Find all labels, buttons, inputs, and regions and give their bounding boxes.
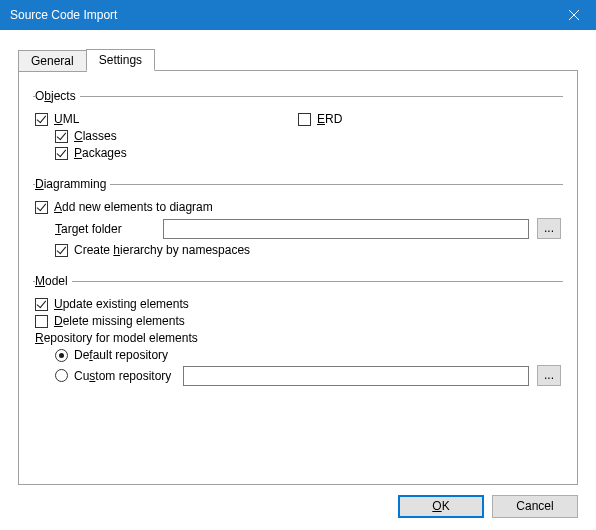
group-model-legend: Model bbox=[35, 274, 72, 288]
dialog-window: Source Code Import General Settings Obje… bbox=[0, 0, 596, 530]
group-model: Model Update existing elements Delete mi… bbox=[33, 274, 563, 393]
group-diagramming: Diagramming Add new elements to diagram … bbox=[33, 177, 563, 264]
dialog-footer: OK Cancel bbox=[18, 485, 578, 518]
tab-panel-settings: Objects UML Classes Packages bbox=[18, 70, 578, 485]
checkbox-erd[interactable] bbox=[298, 113, 311, 126]
tab-settings[interactable]: Settings bbox=[86, 49, 155, 71]
input-custom-repository[interactable] bbox=[183, 366, 529, 386]
checkbox-update-existing[interactable] bbox=[35, 298, 48, 311]
close-icon bbox=[569, 10, 579, 20]
checkbox-delete-missing[interactable] bbox=[35, 315, 48, 328]
label-packages: Packages bbox=[74, 146, 127, 160]
cancel-button[interactable]: Cancel bbox=[492, 495, 578, 518]
checkbox-create-hierarchy[interactable] bbox=[55, 244, 68, 257]
label-uml: UML bbox=[54, 112, 79, 126]
tab-general[interactable]: General bbox=[18, 50, 87, 72]
checkbox-packages[interactable] bbox=[55, 147, 68, 160]
client-area: General Settings Objects UML Classes bbox=[0, 30, 596, 530]
checkbox-add-elements[interactable] bbox=[35, 201, 48, 214]
titlebar: Source Code Import bbox=[0, 0, 596, 30]
radio-custom-repository[interactable] bbox=[55, 369, 68, 382]
window-title: Source Code Import bbox=[10, 8, 551, 22]
radio-default-repository[interactable] bbox=[55, 349, 68, 362]
input-target-folder[interactable] bbox=[163, 219, 529, 239]
browse-target-button[interactable]: ... bbox=[537, 218, 561, 239]
label-repository: Repository for model elements bbox=[35, 331, 198, 345]
tab-bar: General Settings bbox=[18, 48, 578, 70]
label-target-folder: Target folder bbox=[55, 222, 155, 236]
label-classes: Classes bbox=[74, 129, 117, 143]
checkbox-classes[interactable] bbox=[55, 130, 68, 143]
ok-button[interactable]: OK bbox=[398, 495, 484, 518]
label-create-hierarchy: Create hierarchy by namespaces bbox=[74, 243, 250, 257]
browse-custom-repo-button[interactable]: ... bbox=[537, 365, 561, 386]
group-diagramming-legend: Diagramming bbox=[35, 177, 110, 191]
group-objects: Objects UML Classes Packages bbox=[33, 89, 563, 167]
label-erd: ERD bbox=[317, 112, 342, 126]
label-update-existing: Update existing elements bbox=[54, 297, 189, 311]
label-add-elements: Add new elements to diagram bbox=[54, 200, 213, 214]
checkbox-uml[interactable] bbox=[35, 113, 48, 126]
close-button[interactable] bbox=[551, 0, 596, 30]
label-custom-repository: Custom repository bbox=[74, 369, 171, 383]
group-objects-legend: Objects bbox=[35, 89, 80, 103]
label-default-repository: Default repository bbox=[74, 348, 168, 362]
label-delete-missing: Delete missing elements bbox=[54, 314, 185, 328]
